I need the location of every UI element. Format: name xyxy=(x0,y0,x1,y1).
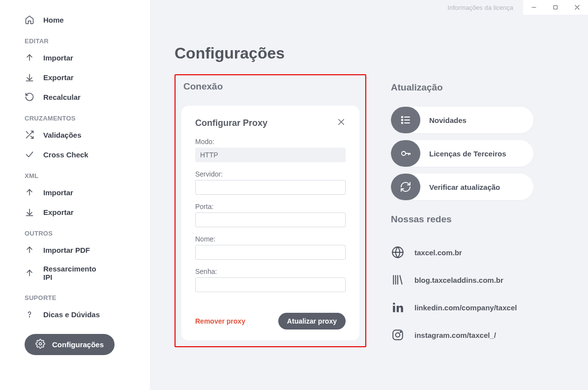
label-servidor: Servidor: xyxy=(195,170,346,178)
highlight-box: Conexão Configurar Proxy Modo: HTTP Serv… xyxy=(175,74,366,347)
svg-point-6 xyxy=(402,151,406,155)
refresh-icon xyxy=(25,92,34,102)
label-modo: Modo: xyxy=(195,138,346,146)
servidor-input[interactable] xyxy=(195,180,346,195)
close-icon[interactable] xyxy=(337,118,346,129)
svg-rect-8 xyxy=(393,306,395,312)
social-blog[interactable]: blog.taxceladdins.com.br xyxy=(391,266,533,294)
section-title-conexao: Conexão xyxy=(181,81,359,92)
sidebar-section-outros: OUTROS xyxy=(25,230,133,237)
senha-input[interactable] xyxy=(195,277,346,292)
question-icon xyxy=(25,309,34,319)
social-section: Nossas redes taxcel.com.br blog.taxcelad… xyxy=(391,214,533,349)
card-title: Configurar Proxy xyxy=(195,118,267,128)
svg-point-12 xyxy=(400,331,401,332)
social-instagram[interactable]: instagram.com/taxcel_/ xyxy=(391,321,533,349)
social-label: taxcel.com.br xyxy=(414,248,462,257)
sidebar-label: Dicas e Dúvidas xyxy=(43,310,100,319)
instagram-icon xyxy=(391,328,405,342)
license-info-text: Informações da licença xyxy=(447,4,513,11)
sidebar-item-exportar[interactable]: Exportar xyxy=(25,67,133,87)
main: Informações da licença Configurações Con… xyxy=(150,0,588,390)
social-label: linkedin.com/company/taxcel xyxy=(414,303,517,312)
list-icon xyxy=(391,107,420,133)
section-title-atualizacao: Atualização xyxy=(391,82,533,93)
sync-icon xyxy=(391,174,420,200)
sidebar-label: Importar PDF xyxy=(43,246,90,254)
svg-point-5 xyxy=(402,122,403,124)
right-column: Atualização Novidades Licenças de Tercei… xyxy=(391,82,533,349)
shuffle-icon xyxy=(25,130,34,140)
content: Configurações Conexão Configurar Proxy M… xyxy=(150,0,588,368)
sidebar: Home EDITAR Importar Exportar Recalcular… xyxy=(0,0,150,390)
pill-label: Novidades xyxy=(420,116,467,124)
sidebar-label: Ressarcimento IPI xyxy=(43,265,107,281)
sidebar-item-ressarcimento[interactable]: Ressarcimento IPI xyxy=(25,260,133,286)
sidebar-item-dicas[interactable]: Dicas e Dúvidas xyxy=(25,304,133,324)
sidebar-item-importar-xml[interactable]: Importar xyxy=(25,182,133,202)
section-title-redes: Nossas redes xyxy=(391,214,533,225)
connection-section: Conexão Configurar Proxy Modo: HTTP Serv… xyxy=(175,82,366,347)
books-icon xyxy=(391,273,405,287)
key-icon xyxy=(391,140,420,167)
label-senha: Senha: xyxy=(195,268,346,275)
sidebar-item-home[interactable]: Home xyxy=(25,10,133,30)
label-nome: Nome: xyxy=(195,235,346,243)
novidades-button[interactable]: Novidades xyxy=(391,107,533,133)
sidebar-label: Home xyxy=(43,16,64,24)
svg-point-0 xyxy=(29,317,30,317)
sidebar-item-importar-pdf[interactable]: Importar PDF xyxy=(25,240,133,260)
social-linkedin[interactable]: linkedin.com/company/taxcel xyxy=(391,294,533,321)
sidebar-label: Cross Check xyxy=(43,150,88,159)
pill-label: Verificar atualização xyxy=(420,183,500,191)
sidebar-item-config[interactable]: Configurações xyxy=(25,334,115,355)
svg-point-4 xyxy=(402,120,403,121)
sidebar-label: Importar xyxy=(43,188,73,197)
update-proxy-button[interactable]: Atualizar proxy xyxy=(278,313,346,330)
sidebar-section-editar: EDITAR xyxy=(25,37,133,45)
porta-input[interactable] xyxy=(195,212,346,227)
nome-input[interactable] xyxy=(195,245,346,260)
verificar-button[interactable]: Verificar atualização xyxy=(391,174,533,200)
sidebar-label: Importar xyxy=(43,54,73,62)
sidebar-label: Exportar xyxy=(43,73,74,82)
export-icon xyxy=(25,72,34,82)
remove-proxy-link[interactable]: Remover proxy xyxy=(195,317,245,325)
licencas-button[interactable]: Licenças de Terceiros xyxy=(391,140,533,167)
close-button[interactable] xyxy=(566,0,588,15)
gear-icon xyxy=(35,339,45,350)
svg-point-3 xyxy=(402,117,403,118)
page-title: Configurações xyxy=(175,44,563,62)
svg-point-11 xyxy=(396,333,400,337)
check-icon xyxy=(25,150,34,159)
sidebar-item-crosscheck[interactable]: Cross Check xyxy=(25,145,133,164)
sidebar-section-suporte: SUPORTE xyxy=(25,294,133,301)
sidebar-label: Configurações xyxy=(52,340,104,349)
sidebar-section-cruzamentos: CRUZAMENTOS xyxy=(25,115,133,122)
sidebar-label: Recalcular xyxy=(43,93,81,101)
minimize-button[interactable] xyxy=(523,0,545,15)
linkedin-icon xyxy=(391,300,405,314)
sidebar-item-importar[interactable]: Importar xyxy=(25,48,133,67)
proxy-card: Configurar Proxy Modo: HTTP Servidor: Po… xyxy=(181,106,359,340)
sidebar-item-exportar-xml[interactable]: Exportar xyxy=(25,202,133,222)
maximize-button[interactable] xyxy=(545,0,566,15)
sidebar-label: Validações xyxy=(43,131,82,139)
import-icon xyxy=(25,187,34,197)
globe-icon xyxy=(391,245,405,259)
modo-value[interactable]: HTTP xyxy=(195,148,346,162)
social-label: blog.taxceladdins.com.br xyxy=(414,276,503,284)
svg-point-1 xyxy=(39,343,42,345)
pill-label: Licenças de Terceiros xyxy=(420,150,506,158)
social-web[interactable]: taxcel.com.br xyxy=(391,239,533,266)
import-icon xyxy=(25,245,34,255)
svg-rect-2 xyxy=(554,6,558,9)
import-icon xyxy=(25,268,34,278)
social-label: instagram.com/taxcel_/ xyxy=(414,331,496,339)
label-porta: Porta: xyxy=(195,203,346,210)
sidebar-section-xml: XML xyxy=(25,172,133,180)
export-icon xyxy=(25,207,34,217)
home-icon xyxy=(25,15,34,25)
sidebar-item-validacoes[interactable]: Validações xyxy=(25,125,133,145)
sidebar-item-recalcular[interactable]: Recalcular xyxy=(25,87,133,107)
